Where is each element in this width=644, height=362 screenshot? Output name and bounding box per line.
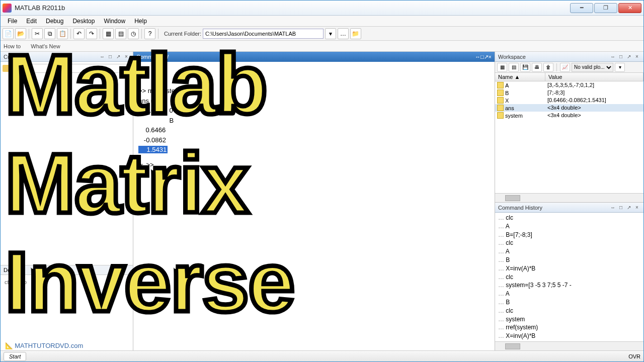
up-folder-icon[interactable]: 📁	[350, 28, 361, 39]
redo-icon[interactable]: ↷	[86, 28, 97, 39]
undo-icon[interactable]: ↶	[73, 28, 85, 39]
workspace-var-row[interactable]: B[7;-8;3]	[495, 89, 643, 97]
delete-var-icon[interactable]: 🗑	[543, 63, 553, 72]
history-body[interactable]: clcAB=[7;-8;3]clcABX=inv(A)*Bclcsystem=[…	[495, 213, 643, 341]
col-name-header[interactable]: Name ▲	[495, 73, 545, 81]
col-value-header[interactable]: Value	[545, 73, 643, 81]
paste-icon[interactable]: 📋	[57, 28, 68, 39]
maximize-panel-icon[interactable]: □	[480, 54, 484, 60]
shortcut-whatsnew[interactable]: What's New	[31, 43, 60, 49]
menu-help[interactable]: Help	[130, 17, 151, 26]
plot-icon[interactable]: 📈	[560, 63, 570, 72]
var-value: [3,-5,3;5,5,-7;0,1,2]	[545, 82, 643, 88]
close-panel-icon[interactable]: ×	[633, 53, 640, 60]
scroll-thumb[interactable]	[505, 195, 520, 201]
undock-icon[interactable]: ↗	[484, 54, 489, 60]
profiler-icon[interactable]: ◷	[128, 28, 139, 39]
history-line[interactable]: rref(system)	[498, 323, 640, 332]
new-var-icon[interactable]: ▦	[497, 63, 507, 72]
cmd-line: 1.0 0 0.6466	[138, 106, 490, 116]
undock-icon[interactable]: ↗	[625, 53, 632, 60]
history-line[interactable]: A	[498, 290, 640, 298]
dock-icon[interactable]: ↔	[609, 53, 616, 60]
shortcut-howto[interactable]: How to	[4, 43, 21, 49]
var-value: [7;-8;3]	[545, 89, 643, 96]
history-line[interactable]: A	[498, 247, 640, 256]
variable-icon	[497, 97, 504, 104]
minimize-button[interactable]: ━	[570, 3, 593, 13]
cmd-line: -0.0862	[138, 135, 490, 145]
browse-folder-icon[interactable]: …	[338, 28, 349, 39]
command-window-body[interactable]: >> rref(system) ans = 1.0 0 0.6466 B 0.6…	[133, 62, 495, 350]
details-placeholder: ct a ew o	[5, 279, 27, 285]
maximize-panel-icon[interactable]: □	[617, 204, 624, 211]
open-folder-icon[interactable]: 📂	[15, 28, 26, 39]
workspace-scrollbar[interactable]	[495, 193, 643, 202]
guide-icon[interactable]: ▤	[115, 28, 126, 39]
history-scrollbar[interactable]	[495, 341, 643, 350]
undock-icon[interactable]: ↗	[115, 53, 122, 60]
details-collapse-icon[interactable]: ⌄	[17, 267, 21, 274]
history-line[interactable]: clc	[498, 239, 640, 247]
menu-debug[interactable]: Debug	[42, 17, 67, 26]
plot-dropdown-icon[interactable]: ▾	[615, 63, 625, 72]
simulink-icon[interactable]: ▦	[103, 28, 114, 39]
dock-icon[interactable]: ↔	[99, 53, 106, 60]
close-panel-icon[interactable]: ×	[123, 53, 130, 60]
save-ws-icon[interactable]: 💾	[520, 63, 530, 72]
cut-icon[interactable]: ✂	[32, 28, 43, 39]
menu-desktop[interactable]: Desktop	[68, 17, 99, 26]
maximize-panel-icon[interactable]: □	[107, 53, 114, 60]
right-column: Workspace ↔ □ ↗ × ▦ ▤ 💾 🖶 🗑 📈 No valid p…	[495, 52, 643, 350]
history-line[interactable]: clc	[498, 307, 640, 315]
history-line[interactable]: X=inv(A)*B	[498, 264, 640, 273]
workspace-var-row[interactable]: system<3x4 double>	[495, 112, 643, 119]
selected-value[interactable]: 1.5431	[138, 146, 168, 153]
history-line[interactable]: system=[3 -5 3 7;5 5 -7 -	[498, 281, 640, 290]
history-line[interactable]: clc	[498, 273, 640, 282]
workspace-var-row[interactable]: ans<3x4 double>	[495, 104, 643, 112]
history-line[interactable]: B	[498, 298, 640, 307]
folder-search-input[interactable]	[13, 64, 131, 73]
history-line[interactable]: X=inv(A)*B	[498, 332, 640, 340]
close-button[interactable]: ✕	[618, 3, 641, 13]
menu-edit[interactable]: Edit	[22, 17, 41, 26]
dock-icon[interactable]: ↔	[609, 204, 616, 211]
window-title: MATLAB R2011b	[15, 4, 570, 12]
fx-icon[interactable]: fx	[138, 160, 143, 170]
close-panel-icon[interactable]: ×	[633, 204, 640, 211]
start-button[interactable]: Start	[4, 352, 26, 361]
var-value: [0.6466;-0.0862;1.5431]	[545, 97, 643, 104]
dock-icon[interactable]: ↔	[475, 54, 480, 60]
history-line[interactable]: A	[498, 222, 640, 231]
current-folder-input[interactable]	[203, 29, 324, 39]
history-line[interactable]: B	[498, 256, 640, 264]
workspace-var-row[interactable]: A[3,-5,3;5,5,-7;0,1,2]	[495, 81, 643, 89]
separator	[158, 29, 158, 39]
history-line[interactable]: system	[498, 315, 640, 324]
new-file-icon[interactable]: 📄	[3, 28, 14, 39]
close-panel-icon[interactable]: ×	[489, 54, 492, 60]
import-icon[interactable]: ▤	[509, 63, 519, 72]
scroll-thumb[interactable]	[505, 343, 520, 349]
plot-selector[interactable]: No valid plo...	[572, 63, 613, 72]
details-header[interactable]: Detai ⌄	[1, 265, 133, 275]
cmd-line: ans =	[138, 96, 490, 106]
copy-icon[interactable]: ⧉	[44, 28, 55, 39]
menu-window[interactable]: Window	[100, 17, 129, 26]
help-icon[interactable]: ?	[144, 28, 155, 39]
workspace-var-row[interactable]: X[0.6466;-0.0862;1.5431]	[495, 97, 643, 104]
prompt-row[interactable]: fx >>	[138, 160, 490, 170]
workspace-header: Workspace ↔ □ ↗ ×	[495, 52, 643, 62]
main-area: Cu ↔ □ ↗ × Detai ⌄ ct a ew	[1, 52, 643, 350]
folder-dropdown-icon[interactable]: ▾	[325, 28, 336, 39]
var-value: <3x4 double>	[545, 105, 643, 111]
menu-file[interactable]: File	[4, 17, 21, 26]
maximize-button[interactable]: ❐	[594, 3, 617, 13]
separator	[29, 29, 29, 39]
history-line[interactable]: B=[7;-8;3]	[498, 231, 640, 239]
history-line[interactable]: clc	[498, 214, 640, 222]
maximize-panel-icon[interactable]: □	[617, 53, 624, 60]
print-icon[interactable]: 🖶	[532, 63, 542, 72]
undock-icon[interactable]: ↗	[625, 204, 632, 211]
